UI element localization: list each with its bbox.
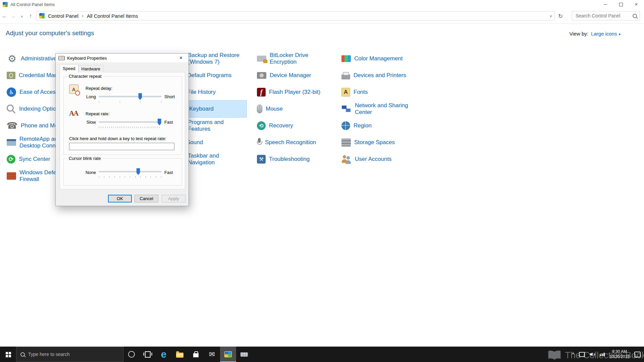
user-accounts-icon — [341, 155, 352, 164]
caret-down-icon — [619, 31, 621, 37]
repeat-delay-label: Repeat delay: — [86, 86, 112, 91]
control-panel-item[interactable]: BitLocker Drive Encryption — [257, 50, 339, 67]
tab-hardware[interactable]: Hardware — [78, 65, 103, 72]
display-tray-icon[interactable] — [579, 352, 585, 357]
phone-and-modem-icon — [7, 120, 17, 131]
forward-icon[interactable] — [9, 13, 17, 19]
repeat-delay-slider-thumb[interactable] — [138, 93, 142, 100]
store-button[interactable] — [188, 347, 204, 362]
slider-track[interactable] — [99, 121, 161, 123]
search-icon — [633, 14, 637, 18]
item-label: Troubleshooting — [269, 156, 336, 163]
control-panel-item[interactable]: Speech Recognition — [257, 134, 339, 151]
control-panel-icon — [224, 351, 232, 357]
edge-button[interactable] — [156, 347, 172, 362]
control-panel-item[interactable]: Mouse — [257, 101, 339, 117]
device-manager-icon — [257, 72, 266, 79]
remoteapp-connections-icon — [7, 139, 16, 146]
page-title: Adjust your computer's settings — [6, 29, 94, 37]
control-panel-item[interactable]: Flash Player (32-bit) — [257, 84, 339, 101]
ease-of-access-icon — [7, 87, 16, 97]
credential-manager-icon — [7, 72, 15, 79]
mail-icon — [209, 351, 215, 358]
keyboard-properties-taskbar-button[interactable] — [236, 347, 252, 362]
control-panel-item[interactable]: Device Manager — [257, 67, 339, 84]
search-input[interactable] — [575, 13, 633, 19]
repeat-delay-max-label: Short — [164, 94, 175, 99]
item-label: File History — [187, 89, 243, 96]
address-dropdown-icon[interactable] — [550, 13, 552, 19]
dialog-close-button[interactable]: × — [173, 54, 189, 62]
search-box[interactable] — [572, 11, 640, 20]
repeat-rate-slider-thumb[interactable] — [158, 119, 161, 125]
items-column-d: BitLocker Drive Encryption Device Manage… — [257, 50, 339, 168]
repeat-rate-slider[interactable] — [99, 119, 161, 129]
cortana-icon — [128, 351, 135, 358]
repeat-rate-test-input[interactable] — [69, 143, 174, 150]
view-by-dropdown[interactable]: Large icons — [591, 31, 621, 37]
cancel-button[interactable]: Cancel — [135, 195, 158, 202]
up-icon[interactable] — [26, 13, 35, 19]
control-panel-item[interactable]: Region — [341, 117, 411, 134]
keyboard-properties-dialog: Keyboard Properties × Speed Hardware Cha… — [55, 53, 189, 206]
control-panel-item[interactable]: Network and Sharing Center — [341, 101, 411, 117]
file-explorer-icon — [176, 353, 183, 358]
cursor-blink-min-label: None — [76, 170, 96, 175]
mouse-icon — [257, 105, 262, 113]
desktop: All Control Panel Items × Control Panel … — [0, 0, 644, 362]
window-title: All Control Panel Items — [10, 2, 55, 7]
cursor-blink-slider[interactable] — [99, 168, 161, 178]
repeat-rate-icon — [69, 109, 78, 118]
dialog-title: Keyboard Properties — [67, 56, 107, 61]
taskbar-search[interactable]: Type here to search — [16, 347, 123, 362]
control-panel-item[interactable]: Devices and Printers — [341, 67, 411, 84]
view-by: View by: Large icons — [569, 31, 621, 37]
breadcrumb-control-panel[interactable]: Control Panel — [48, 13, 78, 19]
cortana-button[interactable] — [123, 347, 140, 362]
minimize-button[interactable] — [598, 0, 613, 9]
navigation-bar: Control Panel All Control Panel Items — [0, 9, 644, 24]
network-icon[interactable] — [600, 353, 605, 356]
taskbar-search-placeholder: Type here to search — [28, 352, 70, 357]
address-bar[interactable]: Control Panel All Control Panel Items — [36, 11, 555, 20]
keyboard-icon — [58, 56, 65, 60]
item-label: Default Programs — [187, 72, 243, 79]
start-button[interactable] — [0, 347, 16, 362]
control-panel-item[interactable]: Color Management — [341, 50, 411, 67]
task-view-button[interactable] — [140, 347, 156, 362]
show-hidden-icons-button[interactable] — [572, 351, 574, 357]
close-button[interactable]: × — [629, 0, 644, 9]
control-panel-item[interactable]: Recovery — [257, 117, 339, 134]
ok-button[interactable]: OK — [108, 195, 132, 202]
file-explorer-button[interactable] — [172, 347, 188, 362]
recent-locations-icon[interactable] — [17, 13, 26, 19]
breadcrumb-current[interactable]: All Control Panel Items — [87, 13, 138, 19]
item-label: Fonts — [354, 89, 407, 96]
control-panel-taskbar-button[interactable] — [220, 347, 236, 362]
title-bar: All Control Panel Items × — [0, 0, 644, 9]
slider-track[interactable] — [99, 171, 161, 172]
maximize-button[interactable] — [613, 0, 629, 9]
test-repeat-label: Click here and hold down a key to test r… — [69, 136, 166, 141]
group-label: Cursor blink rate — [67, 156, 102, 161]
item-label: User Accounts — [355, 156, 409, 163]
caption-buttons: × — [598, 0, 644, 9]
system-tray: 9:30 AM 10/20/2019 — [572, 347, 644, 362]
refresh-icon[interactable] — [558, 13, 563, 20]
tab-speed[interactable]: Speed — [60, 64, 78, 73]
control-panel-item[interactable]: Storage Spaces — [341, 134, 411, 151]
mail-button[interactable] — [204, 347, 220, 362]
speaker-icon[interactable] — [590, 352, 595, 357]
action-center-icon[interactable] — [634, 352, 641, 357]
back-icon[interactable] — [0, 13, 9, 19]
cursor-blink-slider-thumb[interactable] — [137, 168, 140, 175]
control-panel-item[interactable]: Fonts — [341, 84, 411, 101]
repeat-delay-slider[interactable] — [99, 93, 161, 103]
item-label: Device Manager — [270, 72, 337, 79]
control-panel-item[interactable]: Troubleshooting — [257, 151, 339, 168]
slider-ticks — [99, 127, 161, 128]
tab-strip: Speed Hardware — [60, 64, 103, 72]
bitlocker-icon — [257, 56, 266, 62]
control-panel-item[interactable]: User Accounts — [341, 151, 411, 168]
slider-track[interactable] — [99, 96, 161, 97]
